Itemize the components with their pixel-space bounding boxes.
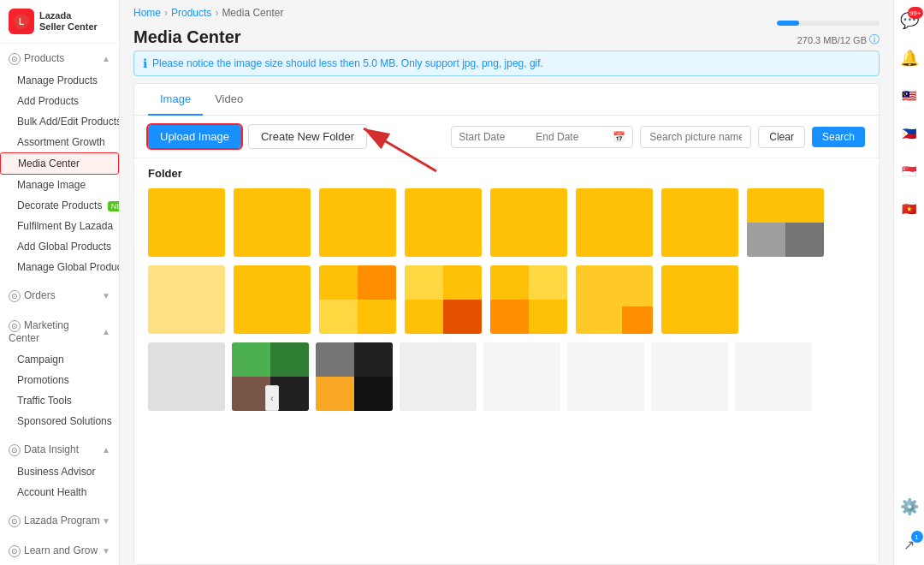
marketing-chevron-icon: ▲ xyxy=(102,327,110,336)
sidebar-item-add-products[interactable]: Add Products xyxy=(0,91,119,111)
sidebar-item-add-global[interactable]: Add Global Products xyxy=(0,236,119,257)
storage-total: 12 GB xyxy=(840,35,867,45)
folder-thumb xyxy=(747,188,824,257)
tab-image[interactable]: Image xyxy=(148,84,203,116)
image-item[interactable] xyxy=(400,342,477,411)
folder-item[interactable] xyxy=(747,188,824,257)
folder-thumb xyxy=(234,265,311,334)
folder-item[interactable] xyxy=(319,188,396,257)
external-badge: 1 xyxy=(911,531,923,543)
storage-info-icon[interactable]: ⓘ xyxy=(869,33,880,47)
image-item[interactable] xyxy=(316,342,393,411)
folder-thumb xyxy=(490,265,567,334)
info-icon: ℹ xyxy=(143,56,147,70)
sidebar-item-decorate-products[interactable]: Decorate Products NEW xyxy=(0,195,119,216)
sidebar-item-bulk-add-edit[interactable]: Bulk Add/Edit Products xyxy=(0,111,119,132)
image-section xyxy=(148,342,865,411)
sidebar-item-manage-products[interactable]: Manage Products xyxy=(0,70,119,91)
scroll-left-button[interactable]: ‹ xyxy=(265,385,279,411)
folder-item[interactable] xyxy=(405,188,482,257)
content-area: Image Video Upload Image Create New Fold… xyxy=(133,83,880,565)
folder-thumb xyxy=(576,188,653,257)
sidebar: L Lazada Seller Center ⊙Products ▲ Manag… xyxy=(0,0,120,565)
folder-item[interactable] xyxy=(490,265,567,334)
image-item[interactable] xyxy=(483,342,560,411)
flag-vn-button[interactable]: 🇻🇳 xyxy=(897,197,921,221)
orders-chevron-icon: ▼ xyxy=(102,291,110,300)
clear-button[interactable]: Clear xyxy=(758,126,805,148)
flag-sg-icon: 🇸🇬 xyxy=(900,162,919,181)
sidebar-section-lazada-program: ⊙Lazada Program ▼ xyxy=(0,506,119,536)
breadcrumb-products[interactable]: Products xyxy=(171,7,211,19)
image-grid xyxy=(148,342,865,411)
sidebar-section-header-marketing[interactable]: ⊙Marketing Center ▲ xyxy=(0,314,119,349)
sidebar-item-campaign[interactable]: Campaign xyxy=(0,349,119,370)
scroll-left-icon: ‹ xyxy=(270,394,273,403)
storage-text: 270.3 MB/12 GB xyxy=(797,35,867,45)
search-picture-input[interactable] xyxy=(640,126,751,148)
folder-item[interactable] xyxy=(405,265,482,334)
folder-item[interactable] xyxy=(148,265,225,334)
create-new-folder-button[interactable]: Create New Folder xyxy=(248,124,367,149)
sidebar-item-business-advisor[interactable]: Business Advisor xyxy=(0,461,119,482)
folder-item[interactable] xyxy=(319,265,396,334)
sidebar-item-sponsored-solutions[interactable]: Sponsored Solutions xyxy=(0,411,119,431)
folder-item[interactable] xyxy=(576,188,653,257)
gear-icon: ⚙️ xyxy=(900,497,919,516)
lazada-program-section-icon: ⊙ xyxy=(9,515,21,527)
sidebar-item-account-health[interactable]: Account Health xyxy=(0,482,119,503)
breadcrumb-home[interactable]: Home xyxy=(133,7,161,19)
upload-image-button[interactable]: Upload Image xyxy=(148,125,241,148)
lazada-program-section-label: Lazada Program xyxy=(24,514,100,526)
sidebar-section-data-insight: ⊙Data Insight ▲ Business Advisor Account… xyxy=(0,435,119,506)
chat-icon-button[interactable]: 💬 99+ xyxy=(897,9,921,33)
folder-item[interactable] xyxy=(576,265,653,334)
flag-sg-button[interactable]: 🇸🇬 xyxy=(897,159,921,183)
folder-item[interactable] xyxy=(148,188,225,257)
folder-thumb xyxy=(661,265,738,334)
sidebar-item-assortment-growth[interactable]: Assortment Growth xyxy=(0,132,119,152)
sidebar-section-header-learn-grow[interactable]: ⊙Learn and Grow ▼ xyxy=(0,539,119,562)
start-date-input[interactable] xyxy=(452,127,529,147)
brand-subtitle: Seller Center xyxy=(39,21,98,33)
image-item[interactable] xyxy=(148,342,225,411)
sidebar-item-manage-global[interactable]: Manage Global Products xyxy=(0,257,119,277)
sidebar-item-media-center[interactable]: Media Center xyxy=(0,152,119,175)
image-item[interactable] xyxy=(735,342,812,411)
folder-item[interactable] xyxy=(234,265,311,334)
flag-my-button[interactable]: 🇲🇾 xyxy=(897,84,921,108)
folder-thumb xyxy=(234,188,311,257)
main-content: Home › Products › Media Center Media Cen… xyxy=(120,0,893,565)
search-button[interactable]: Search xyxy=(812,127,865,147)
sidebar-section-header-data-insight[interactable]: ⊙Data Insight ▲ xyxy=(0,438,119,461)
sidebar-section-header-orders[interactable]: ⊙Orders ▼ xyxy=(0,284,119,307)
storage-bar xyxy=(777,21,880,26)
learn-grow-section-icon: ⊙ xyxy=(9,545,21,557)
settings-icon-button[interactable]: ⚙️ xyxy=(897,495,921,519)
folder-item[interactable] xyxy=(490,188,567,257)
tab-video[interactable]: Video xyxy=(203,84,255,116)
sidebar-item-manage-image[interactable]: Manage Image xyxy=(0,175,119,195)
flag-ph-icon: 🇵🇭 xyxy=(900,124,919,143)
date-range-picker[interactable]: 📅 xyxy=(451,126,633,148)
bell-icon: 🔔 xyxy=(900,49,919,68)
sidebar-item-traffic-tools[interactable]: Traffic Tools xyxy=(0,390,119,411)
image-item[interactable] xyxy=(651,342,728,411)
sidebar-section-header-products[interactable]: ⊙Products ▲ xyxy=(0,47,119,70)
folder-item[interactable] xyxy=(234,188,311,257)
folder-thumb xyxy=(661,188,738,257)
notification-icon-button[interactable]: 🔔 xyxy=(897,46,921,70)
tab-bar: Image Video xyxy=(134,84,879,116)
storage-fill xyxy=(777,21,799,26)
folder-item[interactable] xyxy=(661,265,738,334)
svg-text:L: L xyxy=(19,17,24,27)
sidebar-item-fulfilment[interactable]: Fulfilment By Lazada xyxy=(0,216,119,236)
flag-ph-button[interactable]: 🇵🇭 xyxy=(897,122,921,146)
sidebar-item-promotions[interactable]: Promotions xyxy=(0,370,119,390)
external-link-icon-button[interactable]: ↗ 1 xyxy=(897,532,921,556)
folder-item[interactable] xyxy=(661,188,738,257)
sidebar-section-header-lazada-program[interactable]: ⊙Lazada Program ▼ xyxy=(0,509,119,532)
end-date-input[interactable] xyxy=(529,127,606,147)
data-insight-section-icon: ⊙ xyxy=(9,444,21,456)
image-item[interactable] xyxy=(567,342,644,411)
